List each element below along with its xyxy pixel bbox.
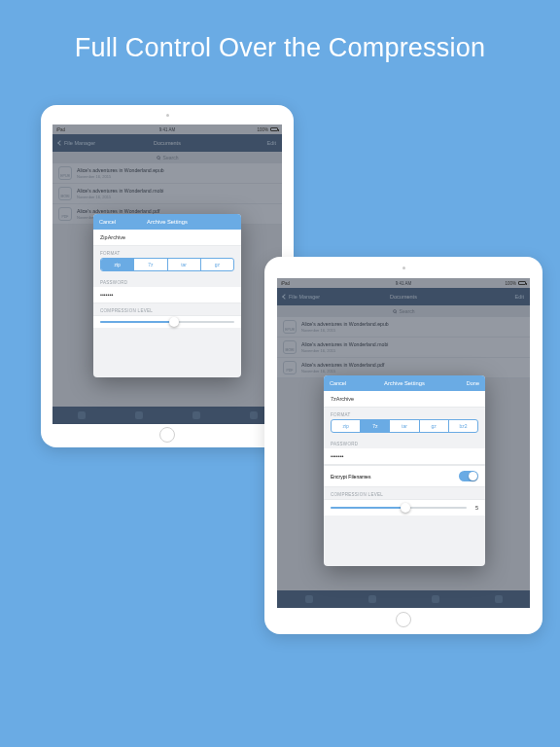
archive-name-input[interactable]: ZipArchive	[93, 230, 241, 246]
format-option-zip[interactable]: zip	[332, 420, 361, 432]
device-ipad-right: iPad 9:41 AM 100% File Manager Documents…	[264, 257, 542, 634]
format-option-tar[interactable]: tar	[390, 420, 419, 432]
carrier-label: iPad	[56, 127, 65, 132]
compression-slider[interactable]	[100, 321, 234, 323]
format-option-7z[interactable]: 7z	[361, 420, 390, 432]
headline: Full Control Over the Compression	[0, 0, 560, 63]
password-input[interactable]: •••••••	[93, 287, 241, 303]
password-label: PASSWORD	[324, 437, 485, 448]
modal-title: Archive Settings	[324, 380, 485, 386]
carrier-label: iPad	[281, 281, 290, 286]
cancel-button[interactable]: Cancel	[330, 380, 346, 386]
format-option-zip[interactable]: zip	[101, 259, 134, 270]
battery-label: 100%	[505, 281, 516, 286]
done-button[interactable]: Done	[467, 380, 479, 386]
device-ipad-left: iPad 9:41 AM 100% File Manager Documents…	[41, 105, 294, 447]
screen-left: iPad 9:41 AM 100% File Manager Documents…	[52, 124, 282, 424]
battery-icon	[270, 127, 278, 131]
compression-label: COMPRESSION LEVEL	[93, 303, 241, 315]
format-option-gz[interactable]: gz	[420, 420, 449, 432]
password-label: PASSWORD	[93, 275, 241, 287]
format-label: FORMAT	[93, 246, 241, 258]
format-option-gz[interactable]: gz	[201, 259, 233, 270]
home-button[interactable]	[159, 427, 175, 443]
format-option-7z[interactable]: 7z	[134, 259, 167, 270]
format-label: FORMAT	[324, 408, 485, 419]
encrypt-label: Encrypt Filenames	[331, 474, 370, 480]
format-segmented[interactable]: zip 7z tar gz	[100, 258, 234, 271]
compression-slider[interactable]	[331, 507, 467, 509]
home-button[interactable]	[396, 612, 411, 627]
encrypt-toggle[interactable]	[459, 471, 478, 481]
format-option-bz2[interactable]: bz2	[449, 420, 477, 432]
battery-label: 100%	[257, 127, 268, 132]
battery-icon	[518, 281, 526, 285]
screen-right: iPad 9:41 AM 100% File Manager Documents…	[277, 278, 530, 608]
camera-dot-icon	[402, 267, 405, 269]
cancel-button[interactable]: Cancel	[99, 219, 116, 225]
archive-name-input[interactable]: 7zArchive	[324, 391, 485, 408]
compression-value: 5	[472, 505, 478, 511]
compression-label: COMPRESSION LEVEL	[324, 487, 485, 499]
format-option-tar[interactable]: tar	[168, 259, 201, 270]
password-input[interactable]: •••••••	[324, 448, 485, 465]
archive-settings-modal: Cancel Archive Settings ZipArchive FORMA…	[93, 214, 241, 377]
archive-settings-modal: Cancel Archive Settings Done 7zArchive F…	[324, 375, 485, 566]
format-segmented[interactable]: zip 7z tar gz bz2	[331, 419, 478, 433]
camera-dot-icon	[166, 114, 169, 117]
